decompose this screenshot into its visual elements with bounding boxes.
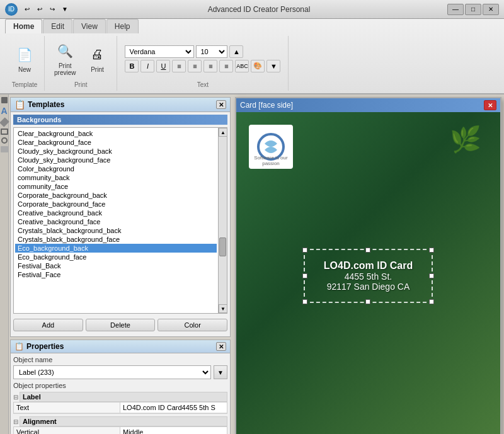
color-button[interactable]: Color [158, 319, 227, 331]
align-right-btn[interactable]: ≡ [203, 60, 217, 72]
object-name-dropdown-btn[interactable]: ▼ [214, 365, 227, 379]
ribbon-group-print: 🔍 Printpreview 🖨 Print Print [45, 36, 117, 91]
ribbon-content: 📄 New Template 🔍 Printpreview 🖨 Print Pr… [0, 33, 504, 93]
titlebar-controls: — □ ✕ [447, 4, 499, 15]
handle-bm[interactable] [365, 299, 370, 304]
vertical-value: Middle [120, 427, 227, 434]
delete-button[interactable]: Delete [86, 319, 156, 331]
ribbon-tabs: Home Edit View Help [0, 19, 504, 33]
alignment-grid: Vertical Middle Horizontal Middle [13, 426, 227, 434]
properties-title: Properties [26, 342, 64, 351]
list-item[interactable]: Crystals_black_background_face [15, 235, 217, 244]
color-btn[interactable]: 🎨 [251, 60, 265, 72]
print-button[interactable]: 🖨 Print [83, 42, 112, 76]
maximize-btn[interactable]: □ [465, 4, 481, 15]
scrollbar-thumb[interactable] [219, 237, 226, 256]
list-item[interactable]: Color_background [15, 164, 217, 173]
list-item[interactable]: Cloudy_sky_background_back [15, 147, 217, 156]
tool-arrow[interactable] [1, 97, 8, 103]
print-preview-button[interactable]: 🔍 Printpreview [50, 38, 80, 79]
handle-tr[interactable] [429, 248, 434, 253]
handle-tl[interactable] [302, 248, 307, 253]
list-item[interactable]: community_face [15, 182, 217, 191]
list-item[interactable]: Eco_background_face [15, 253, 217, 261]
align-left-btn[interactable]: ≡ [172, 60, 186, 72]
object-name-row: Label (233) ▼ [13, 365, 227, 379]
templates-content: Backgrounds Clear_background_back Clear_… [11, 112, 230, 336]
qat-undo2[interactable]: ↩ [34, 4, 45, 14]
alignment-expand-icon[interactable]: ⊟ [13, 418, 18, 425]
tab-help[interactable]: Help [106, 19, 139, 33]
list-item[interactable]: community_back [15, 173, 217, 182]
new-icon: 📄 [14, 45, 35, 65]
category-label: Backgrounds [13, 115, 227, 125]
list-item[interactable]: Corporate_background_back [15, 191, 217, 200]
align-center-btn[interactable]: ≡ [188, 60, 202, 72]
card-close-btn[interactable]: ✕ [484, 100, 496, 110]
tool-pencil[interactable] [0, 117, 9, 127]
qat-undo[interactable]: ↩ [21, 4, 33, 14]
tool-circle[interactable] [1, 137, 8, 144]
tool-rect[interactable] [1, 128, 8, 135]
card-logo: Software is our passion [249, 125, 293, 169]
tab-view[interactable]: View [73, 19, 106, 33]
expand-icon[interactable]: ⊟ [13, 394, 18, 401]
list-item[interactable]: Corporate_background_face [15, 200, 217, 208]
templates-titlebar: 📋 Templates ✕ [11, 98, 230, 112]
qat-dropdown[interactable]: ▼ [59, 4, 71, 14]
handle-br[interactable] [429, 299, 434, 304]
align-justify-btn[interactable]: ≡ [219, 60, 233, 72]
add-button[interactable]: Add [13, 319, 83, 331]
ribbon-group-text: Verdana 10 ▲ B I U ≡ ≡ ≡ ≡ [117, 36, 289, 91]
handle-tm[interactable] [365, 248, 370, 253]
new-button[interactable]: 📄 New [10, 42, 39, 76]
font-size-up-btn[interactable]: ▲ [229, 45, 243, 58]
list-scrollbar[interactable]: ▲ ▼ [218, 128, 227, 313]
properties-close-btn[interactable]: ✕ [216, 342, 226, 351]
alignment-section: ⊟ Alignment Vertical Middle Horizontal M… [13, 416, 227, 434]
list-item[interactable]: Festival_Back [15, 261, 217, 270]
font-size-select[interactable]: 10 [196, 45, 227, 58]
list-item[interactable]: Creative_background_back [15, 208, 217, 217]
bold-btn[interactable]: B [125, 60, 139, 72]
handle-ml[interactable] [302, 273, 307, 278]
card-viewer: Card [face side] ✕ Software is our passi… [232, 94, 504, 434]
card-text-selection[interactable]: LO4D.com ID Card 4455 5th St. 92117 San … [304, 249, 433, 303]
tab-edit[interactable]: Edit [43, 19, 72, 33]
tool-text[interactable]: A [1, 106, 7, 116]
scroll-down-btn[interactable]: ▼ [219, 304, 227, 313]
abc-btn[interactable]: ABC [235, 60, 249, 72]
tool-image[interactable] [1, 146, 8, 152]
list-item[interactable]: Clear_background_face [15, 138, 217, 147]
templates-buttons: Add Delete Color [13, 316, 227, 334]
list-item-selected[interactable]: Eco_background_back [15, 244, 217, 253]
templates-title: Templates [28, 100, 64, 109]
qat-redo[interactable]: ↪ [47, 4, 58, 14]
handle-bl[interactable] [302, 299, 307, 304]
list-item[interactable]: Cloudy_sky_background_face [15, 156, 217, 164]
handle-mr[interactable] [429, 273, 434, 278]
close-btn[interactable]: ✕ [483, 4, 499, 15]
scroll-up-btn[interactable]: ▲ [219, 128, 227, 137]
scrollbar-track[interactable] [219, 137, 227, 304]
italic-btn[interactable]: I [140, 60, 154, 72]
templates-list[interactable]: Clear_background_back Clear_background_f… [14, 128, 218, 313]
list-item[interactable]: Crystals_black_background_back [15, 226, 217, 235]
print-icon: 🖨 [87, 45, 107, 65]
templates-close-btn[interactable]: ✕ [216, 100, 226, 109]
more-btn[interactable]: ▼ [266, 60, 280, 72]
font-family-select[interactable]: Verdana [125, 45, 194, 58]
object-name-select[interactable]: Label (233) [13, 365, 211, 379]
list-item[interactable]: Festival_Face [15, 270, 217, 279]
minimize-btn[interactable]: — [447, 4, 464, 15]
tab-home[interactable]: Home [5, 19, 42, 33]
underline-btn[interactable]: U [156, 60, 170, 72]
object-name-label: Object name [13, 356, 227, 363]
text-key: Text [14, 403, 120, 413]
list-item[interactable]: Clear_background_back [15, 129, 217, 138]
label-section: ⊟ Label Text LO4D.com ID Card4455 5th S [13, 392, 227, 414]
card-titlebar: Card [face side] ✕ [236, 98, 500, 112]
list-item[interactable]: Creative_background_face [15, 217, 217, 226]
app-icon: ID [5, 3, 18, 16]
templates-panel: 📋 Templates ✕ Backgrounds Clear_backgrou… [10, 97, 231, 337]
